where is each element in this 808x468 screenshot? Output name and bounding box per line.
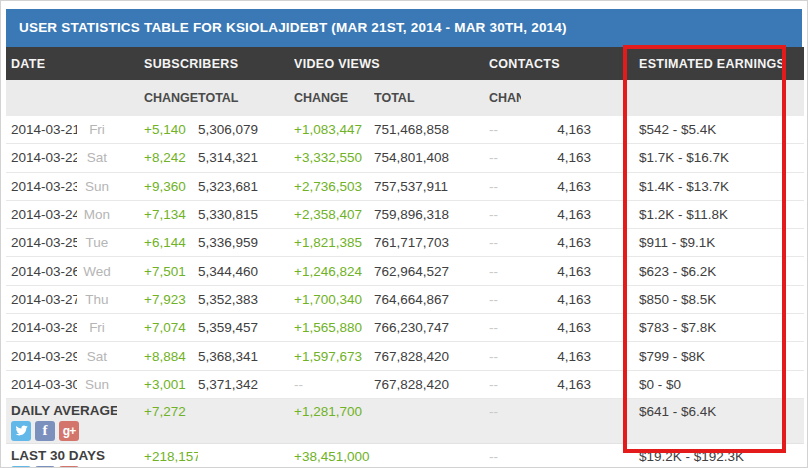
last-30-days-row: LAST 30 DAYS f g+ +218,157 +38,451,000 -… xyxy=(6,443,804,468)
contacts-change-cell: -- xyxy=(489,116,521,144)
day-cell: Tue xyxy=(77,229,117,257)
video-views-change-cell: -- xyxy=(294,370,374,398)
estimated-earnings-cell: $799 - $8K xyxy=(606,342,804,370)
subscribers-total-cell: 5,336,959 xyxy=(198,229,294,257)
subheader-sub-total: TOTAL xyxy=(198,80,294,116)
subheader-spacer xyxy=(521,80,606,116)
estimated-earnings-cell: $850 - $8.5K xyxy=(606,285,804,313)
table-row: 2014-03-21 Fri +5,140 5,306,079 +1,083,4… xyxy=(6,116,804,144)
date-cell: 2014-03-22 xyxy=(6,144,77,172)
subheader-view-change: CHANGE xyxy=(294,80,374,116)
contacts-change-cell: -- xyxy=(489,172,521,200)
day-cell: Fri xyxy=(77,314,117,342)
subscribers-change-cell: +7,501 xyxy=(117,257,198,285)
video-views-total-cell: 767,828,420 xyxy=(374,370,489,398)
subscribers-total-cell: 5,314,321 xyxy=(198,144,294,172)
video-views-change-cell: +1,246,824 xyxy=(294,257,374,285)
avg-estimated-earnings: $641 - $6.4K xyxy=(606,398,804,443)
daily-averages-label: DAILY AVERAGES xyxy=(6,399,117,420)
date-cell: 2014-03-23 xyxy=(6,172,77,200)
subheader-spacer xyxy=(6,80,117,116)
last30-estimated-earnings: $19.2K - $192.3K xyxy=(606,443,804,468)
google-plus-share-icon[interactable]: g+ xyxy=(59,421,79,441)
subheader-spacer xyxy=(606,80,804,116)
estimated-earnings-cell: $911 - $9.1K xyxy=(606,229,804,257)
day-cell: Sun xyxy=(77,172,117,200)
last-30-days-label-cell: LAST 30 DAYS f g+ xyxy=(6,443,117,468)
table-row: 2014-03-23 Sun +9,360 5,323,681 +2,736,5… xyxy=(6,172,804,200)
video-views-total-cell: 757,537,911 xyxy=(374,172,489,200)
col-header-video-views: VIDEO VIEWS xyxy=(294,47,489,80)
subscribers-total-cell: 5,359,457 xyxy=(198,314,294,342)
day-cell: Wed xyxy=(77,257,117,285)
estimated-earnings-cell: $623 - $6.2K xyxy=(606,257,804,285)
last30-subscribers-change: +218,157 xyxy=(117,443,198,468)
estimated-earnings-cell: $1.2K - $11.8K xyxy=(606,200,804,228)
estimated-earnings-cell: $783 - $7.8K xyxy=(606,314,804,342)
video-views-change-cell: +3,332,550 xyxy=(294,144,374,172)
date-cell: 2014-03-24 xyxy=(6,200,77,228)
avg-video-views-change: +1,281,700 xyxy=(294,398,374,443)
table-row: 2014-03-24 Mon +7,134 5,330,815 +2,358,4… xyxy=(6,200,804,228)
subscribers-change-cell: +9,360 xyxy=(117,172,198,200)
day-cell: Mon xyxy=(77,200,117,228)
user-statistics-table: DATE SUBSCRIBERS VIDEO VIEWS CONTACTS ES… xyxy=(6,47,804,468)
contacts-change-cell: -- xyxy=(489,314,521,342)
spacer-cell xyxy=(521,398,606,443)
twitter-share-icon[interactable] xyxy=(11,421,31,441)
video-views-change-cell: +1,565,880 xyxy=(294,314,374,342)
date-cell: 2014-03-28 xyxy=(6,314,77,342)
estimated-earnings-cell: $1.7K - $16.7K xyxy=(606,144,804,172)
spacer-cell xyxy=(374,443,489,468)
subheader-contact-change: CHANGE xyxy=(489,80,521,116)
contacts-total-cell: 4,163 xyxy=(521,257,606,285)
social-share-row: f g+ xyxy=(6,421,117,441)
contacts-total-cell: 4,163 xyxy=(521,285,606,313)
col-header-subscribers: SUBSCRIBERS xyxy=(117,47,294,80)
estimated-earnings-cell: $542 - $5.4K xyxy=(606,116,804,144)
day-cell: Thu xyxy=(77,285,117,313)
video-views-change-cell: +2,736,503 xyxy=(294,172,374,200)
subscribers-total-cell: 5,368,341 xyxy=(198,342,294,370)
video-views-change-cell: +1,821,385 xyxy=(294,229,374,257)
col-header-date: DATE xyxy=(6,47,117,80)
table-row: 2014-03-27 Thu +7,923 5,352,383 +1,700,3… xyxy=(6,285,804,313)
last30-contacts-change: -- xyxy=(489,443,521,468)
contacts-change-cell: -- xyxy=(489,342,521,370)
video-views-total-cell: 751,468,858 xyxy=(374,116,489,144)
subscribers-total-cell: 5,344,460 xyxy=(198,257,294,285)
subscribers-change-cell: +7,923 xyxy=(117,285,198,313)
date-cell: 2014-03-30 xyxy=(6,370,77,398)
video-views-total-cell: 759,896,318 xyxy=(374,200,489,228)
subscribers-change-cell: +7,074 xyxy=(117,314,198,342)
video-views-total-cell: 761,717,703 xyxy=(374,229,489,257)
daily-averages-label-cell: DAILY AVERAGES f g+ xyxy=(6,398,117,443)
date-cell: 2014-03-26 xyxy=(6,257,77,285)
spacer-cell xyxy=(198,443,294,468)
subscribers-total-cell: 5,323,681 xyxy=(198,172,294,200)
facebook-share-icon[interactable]: f xyxy=(35,421,55,441)
contacts-change-cell: -- xyxy=(489,370,521,398)
contacts-change-cell: -- xyxy=(489,285,521,313)
contacts-change-cell: -- xyxy=(489,200,521,228)
video-views-total-cell: 754,801,408 xyxy=(374,144,489,172)
video-views-total-cell: 767,828,420 xyxy=(374,342,489,370)
contacts-total-cell: 4,163 xyxy=(521,370,606,398)
daily-averages-row: DAILY AVERAGES f g+ +7,272 +1,281,700 --… xyxy=(6,398,804,443)
table-row: 2014-03-26 Wed +7,501 5,344,460 +1,246,8… xyxy=(6,257,804,285)
table-row: 2014-03-30 Sun +3,001 5,371,342 -- 767,8… xyxy=(6,370,804,398)
contacts-change-cell: -- xyxy=(489,229,521,257)
video-views-total-cell: 762,964,527 xyxy=(374,257,489,285)
table-row: 2014-03-29 Sat +8,884 5,368,341 +1,597,6… xyxy=(6,342,804,370)
contacts-total-cell: 4,163 xyxy=(521,200,606,228)
date-cell: 2014-03-27 xyxy=(6,285,77,313)
contacts-total-cell: 4,163 xyxy=(521,172,606,200)
table-row: 2014-03-25 Tue +6,144 5,336,959 +1,821,3… xyxy=(6,229,804,257)
column-header-row: DATE SUBSCRIBERS VIDEO VIEWS CONTACTS ES… xyxy=(6,47,804,80)
contacts-total-cell: 4,163 xyxy=(521,144,606,172)
day-cell: Sat xyxy=(77,342,117,370)
sub-header-row: CHANGE TOTAL CHANGE TOTAL CHANGE xyxy=(6,80,804,116)
subscribers-change-cell: +8,884 xyxy=(117,342,198,370)
contacts-total-cell: 4,163 xyxy=(521,342,606,370)
subscribers-change-cell: +6,144 xyxy=(117,229,198,257)
